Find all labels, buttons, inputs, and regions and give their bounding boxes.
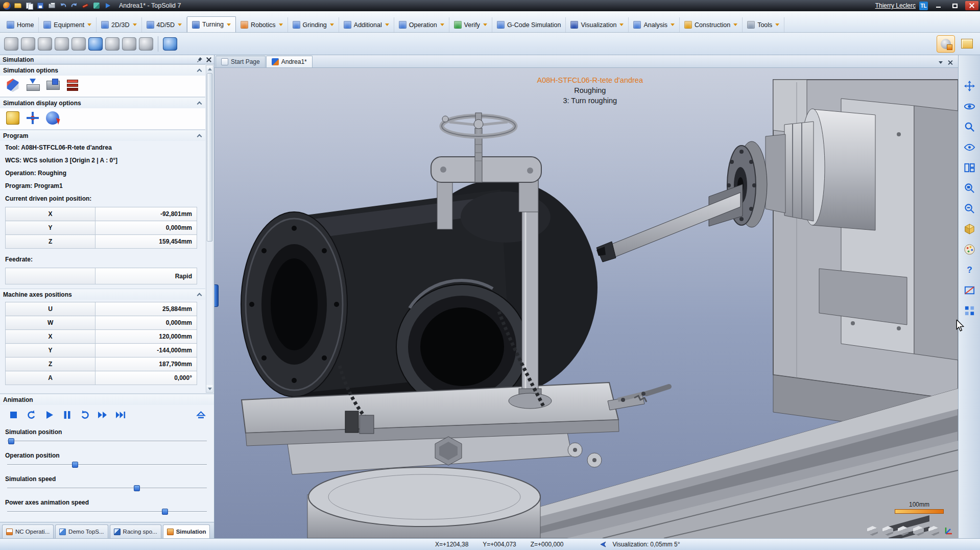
slider-thumb[interactable] [8, 438, 14, 444]
power-axes-speed-slider[interactable] [7, 508, 207, 515]
fast-forward-button[interactable] [97, 409, 109, 421]
machine-3d-scene[interactable] [214, 68, 958, 538]
axes-triad-icon[interactable] [944, 525, 954, 536]
section-view-button[interactable] [962, 283, 976, 297]
turning-cycle-icon-4[interactable] [55, 37, 69, 51]
panel-scrollbar[interactable] [206, 65, 213, 393]
ribbon-tab-additional[interactable]: Additional [339, 17, 394, 32]
ribbon-tab-operation[interactable]: Operation [394, 17, 449, 32]
workpiece-setup-button[interactable] [937, 35, 955, 53]
tool-visibility-icon[interactable] [46, 111, 59, 125]
ribbon-tab-equipment[interactable]: Equipment [39, 17, 97, 32]
slider-thumb[interactable] [162, 509, 168, 515]
ribbon-tab-construction[interactable]: Construction [680, 17, 743, 32]
view-preset-icon-3[interactable] [898, 526, 909, 536]
turning-cycle-icon-8[interactable] [122, 37, 136, 51]
ribbon-tab-4d5d[interactable]: 4D/5D [142, 17, 187, 32]
turning-cycle-icon-6[interactable] [88, 37, 103, 51]
panel-collapse-grip[interactable] [214, 284, 219, 307]
machine-simulation-mode-icon[interactable] [6, 79, 19, 92]
scroll-down-arrow[interactable] [206, 385, 213, 392]
tab-demo-topsolid[interactable]: Demo TopS... [55, 524, 108, 538]
ribbon-tab-grinding[interactable]: Grinding [288, 17, 339, 32]
pause-button[interactable] [61, 409, 73, 421]
zoom-window-button[interactable] [962, 181, 976, 195]
skip-to-end-button[interactable] [114, 409, 127, 421]
ribbon-tab-gcode-simulation[interactable]: G-Code Simulation [492, 17, 566, 32]
turning-cycle-icon-3[interactable] [38, 37, 52, 51]
ribbon-tab-verify[interactable]: Verify [449, 17, 492, 32]
view-preset-icon-2[interactable] [882, 526, 893, 536]
named-view-button[interactable] [962, 140, 976, 154]
user-account-link[interactable]: Thierry Leclerc [875, 2, 916, 9]
operation-position-slider[interactable] [7, 461, 207, 468]
machine-visibility-icon[interactable] [6, 111, 19, 125]
slider-thumb[interactable] [134, 485, 140, 491]
simulation-position-slider[interactable] [7, 438, 207, 445]
marker-button[interactable] [80, 1, 90, 10]
slider-thumb[interactable] [72, 462, 78, 468]
turning-cycle-icon-1[interactable] [4, 37, 18, 51]
step-forward-button[interactable] [79, 409, 91, 421]
user-avatar-badge[interactable]: TL [919, 2, 928, 10]
tab-start-page[interactable]: Start Page [216, 56, 266, 67]
redo-button[interactable] [69, 1, 79, 10]
stop-button[interactable] [7, 409, 19, 421]
ribbon-tab-tools[interactable]: Tools [743, 17, 784, 32]
turning-cycle-icon-9[interactable] [139, 37, 153, 51]
close-document-button[interactable] [948, 60, 952, 65]
split-view-button[interactable] [962, 160, 976, 175]
section-animation[interactable]: Animation [0, 394, 214, 405]
app-logo[interactable] [2, 1, 12, 10]
zoom-button[interactable] [962, 119, 976, 134]
turning-cycle-icon-5[interactable] [71, 37, 86, 51]
play-button[interactable] [43, 409, 55, 421]
scrollbar-thumb[interactable] [207, 73, 212, 242]
minimize-button[interactable] [931, 1, 945, 10]
section-machine-axes[interactable]: Machine axes positions [0, 289, 205, 300]
open-button[interactable] [13, 1, 23, 10]
standard-views-button[interactable] [962, 303, 976, 318]
save-button[interactable] [35, 1, 45, 10]
view-preset-icon-5[interactable] [928, 526, 939, 536]
orbit-button[interactable] [962, 99, 976, 113]
section-display-options[interactable]: Simulation display options [0, 97, 205, 108]
scroll-up-arrow[interactable] [206, 65, 213, 73]
tab-andrea1[interactable]: Andrea1* [266, 56, 313, 67]
ribbon-tab-analysis[interactable]: Analysis [629, 17, 680, 32]
stock-button[interactable] [958, 35, 976, 53]
flag-button[interactable] [103, 1, 113, 10]
turning-cycle-icon-7[interactable] [105, 37, 119, 51]
ribbon-tab-visualization[interactable]: Visualization [566, 17, 629, 32]
pin-icon[interactable] [197, 57, 203, 63]
workpiece[interactable] [241, 179, 597, 409]
axes-visibility-icon[interactable] [26, 111, 39, 125]
section-simulation-options[interactable]: Simulation options [0, 64, 205, 76]
copy-button[interactable] [24, 1, 34, 10]
zoom-previous-button[interactable] [962, 201, 976, 216]
undo-button[interactable] [58, 1, 68, 10]
collapse-chevron-icon[interactable] [197, 69, 202, 74]
ribbon-tab-home[interactable]: Home [2, 17, 39, 32]
maximize-button[interactable] [948, 1, 962, 10]
section-program[interactable]: Program [0, 130, 205, 141]
collapse-chevron-icon[interactable] [197, 293, 202, 298]
tab-racing[interactable]: Racing spo... [110, 524, 161, 538]
tab-list-button[interactable] [939, 61, 943, 64]
ribbon-tab-turning[interactable]: Turning [187, 16, 236, 32]
next-operation-icon[interactable] [26, 79, 39, 92]
3d-canvas[interactable]: A08H-STFCL06-R-tete d'andrea Roughing 3:… [214, 68, 958, 538]
panel-close-icon[interactable] [206, 57, 211, 62]
help-button[interactable]: ? [962, 262, 976, 277]
ribbon-tab-robotics[interactable]: Robotics [236, 17, 288, 32]
turning-tool-icon[interactable] [163, 37, 177, 51]
close-button[interactable] [965, 1, 978, 10]
step-back-button[interactable] [25, 409, 37, 421]
print-button[interactable] [46, 1, 57, 10]
machine-view-icon[interactable] [46, 79, 59, 92]
view-preset-icon-1[interactable] [867, 526, 878, 536]
collapse-chevron-icon[interactable] [197, 102, 202, 107]
render-style-button[interactable] [962, 242, 976, 256]
collapse-chevron-icon[interactable] [197, 134, 202, 139]
view-preset-icon-4[interactable] [913, 526, 924, 536]
